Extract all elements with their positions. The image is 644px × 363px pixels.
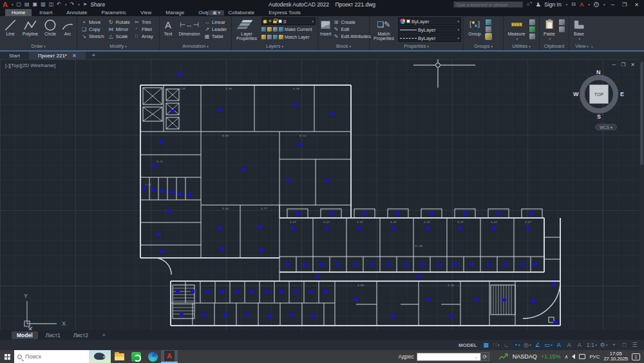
ribbon-tab[interactable]: Home bbox=[5, 9, 32, 16]
layout-tab-model[interactable]: Model bbox=[12, 331, 38, 339]
address-go-button[interactable]: ⟳ bbox=[480, 352, 489, 361]
model-space-button[interactable]: MODEL bbox=[459, 342, 477, 348]
match-properties-button[interactable]: ❏✎ Match Properties bbox=[372, 17, 396, 41]
status-toggle[interactable]: ▭▾ bbox=[544, 341, 553, 349]
status-toggle[interactable]: ⚙▾ bbox=[599, 341, 608, 349]
vp-restore-icon[interactable]: ❐ bbox=[621, 62, 625, 68]
circle-button[interactable]: Circle bbox=[42, 17, 59, 36]
layout-tab-sheet2[interactable]: Лист2 bbox=[68, 331, 93, 339]
stock-ticker[interactable]: NASDAQ bbox=[513, 353, 537, 360]
notification-icon[interactable]: 1 bbox=[632, 353, 640, 360]
modify-tool[interactable]: ◜Fillet bbox=[134, 26, 153, 32]
widgets-button[interactable] bbox=[89, 350, 111, 363]
viewcube-south[interactable]: S bbox=[597, 113, 601, 120]
address-dropdown-icon[interactable]: ⌄ bbox=[475, 355, 478, 359]
base-button[interactable]: Base▾ bbox=[571, 17, 587, 41]
new-layout-button[interactable]: ＋ bbox=[96, 331, 112, 340]
panel-label-properties[interactable]: Properties▾ bbox=[370, 43, 463, 50]
dimension-button[interactable]: ⊢↔⊣ Dimension bbox=[178, 17, 201, 36]
modify-tool[interactable]: ∷Array bbox=[134, 34, 153, 39]
block-tool[interactable]: ✎Edit bbox=[334, 26, 371, 32]
sign-in-button[interactable]: Sign In bbox=[544, 1, 561, 8]
viewcube-east[interactable]: E bbox=[620, 91, 624, 97]
status-toggle[interactable]: A bbox=[554, 341, 563, 349]
text-button[interactable]: A Text bbox=[162, 17, 175, 36]
viewport-controls-label[interactable]: [-][Top][2D Wireframe] bbox=[5, 63, 55, 68]
start-button[interactable] bbox=[0, 350, 14, 363]
cut-clip-icon[interactable] bbox=[559, 26, 565, 32]
share-icon[interactable]: ➤ bbox=[83, 1, 88, 8]
new-file-icon[interactable]: ▢ bbox=[16, 1, 21, 8]
line-button[interactable]: Line bbox=[2, 17, 19, 36]
address-input[interactable] bbox=[417, 353, 481, 361]
ribbon-tab[interactable]: Express Tools bbox=[262, 9, 307, 16]
status-toggle[interactable]: ∷▾ bbox=[492, 341, 500, 349]
make-current-button[interactable]: Make Current bbox=[261, 26, 316, 33]
measure-button[interactable]: Measure▾ bbox=[506, 17, 527, 41]
quick-calc-icon[interactable] bbox=[529, 26, 535, 32]
file-tab-start[interactable]: Start bbox=[0, 52, 29, 59]
insert-button[interactable]: Insert bbox=[320, 17, 332, 36]
file-tab-document[interactable]: Проект 221* ✕ bbox=[29, 52, 86, 59]
ribbon-tab[interactable]: Manage bbox=[159, 9, 191, 16]
modify-tool[interactable]: ❏Copy bbox=[81, 26, 104, 32]
stock-chart-icon[interactable] bbox=[498, 353, 509, 360]
vp-close-icon[interactable]: ✕ bbox=[630, 62, 635, 68]
panel-label-draw[interactable]: Draw▾ bbox=[0, 43, 77, 50]
new-tab-button[interactable]: ＋ bbox=[91, 51, 97, 59]
panel-label-modify[interactable]: Modify▾ bbox=[77, 43, 159, 50]
ungroup-icon[interactable] bbox=[486, 19, 491, 25]
layer-properties-button[interactable]: Layer Properties bbox=[234, 17, 260, 41]
block-tool[interactable]: ✎Edit Attributes bbox=[334, 34, 371, 39]
undo-icon[interactable]: ↶ bbox=[57, 1, 61, 8]
ribbon-tab[interactable]: Parametric bbox=[95, 9, 133, 16]
panel-label-layers[interactable]: Layers▾ bbox=[232, 43, 317, 50]
maximize-button[interactable]: ❐ bbox=[620, 2, 629, 8]
block-tool[interactable]: ⊞Create bbox=[334, 19, 371, 25]
polyline-button[interactable]: Polyline bbox=[21, 17, 40, 36]
layout-tab-sheet1[interactable]: Лист1 bbox=[41, 331, 66, 339]
close-tab-icon[interactable]: ✕ bbox=[72, 52, 77, 59]
status-toggle[interactable]: ◔▾ bbox=[513, 341, 521, 349]
annotation-tool[interactable]: ↔Linear bbox=[204, 19, 227, 25]
vertical-scrollbar[interactable] bbox=[639, 59, 644, 330]
plot-icon[interactable]: ◫ bbox=[49, 1, 54, 8]
taskbar-file-explorer[interactable] bbox=[111, 350, 128, 363]
drawing-canvas[interactable]: Y X 5.075.075.075.075.075.075.075.078.05… bbox=[0, 59, 644, 330]
wcs-menu[interactable]: WCS ▾ bbox=[595, 124, 617, 130]
viewcube-west[interactable]: W bbox=[573, 91, 579, 97]
modify-tool[interactable]: ✂Trim bbox=[134, 19, 153, 25]
group-selection-icon[interactable] bbox=[486, 34, 491, 39]
group-edit-icon[interactable] bbox=[486, 26, 491, 32]
status-toggle[interactable]: ◎▾ bbox=[523, 341, 531, 349]
modify-tool[interactable]: ↘Stretch bbox=[81, 34, 104, 39]
arc-button[interactable]: Arc bbox=[61, 17, 75, 36]
taskbar-search-input[interactable] bbox=[25, 353, 77, 360]
status-toggle[interactable]: 1:1▾ bbox=[585, 341, 597, 349]
autodesk-app-icon[interactable]: A bbox=[580, 1, 584, 8]
status-toggle[interactable]: ▦ bbox=[482, 341, 490, 349]
lineweight-select[interactable]: ByLayer ▾ bbox=[398, 26, 461, 34]
taskbar-search[interactable] bbox=[14, 350, 89, 363]
redo-icon[interactable]: ↷ bbox=[70, 1, 75, 8]
ribbon-tab[interactable]: Annotate bbox=[60, 9, 93, 16]
help-icon[interactable]: ? bbox=[594, 2, 599, 7]
ribbon-tab[interactable]: Collaborate bbox=[222, 9, 261, 16]
panel-label-view[interactable]: View▾ » bbox=[569, 43, 599, 50]
status-toggle[interactable]: A bbox=[575, 341, 583, 349]
modify-tool[interactable]: ↻Rotate bbox=[108, 19, 130, 25]
taskbar-autocad[interactable]: A bbox=[161, 350, 178, 363]
panel-label-annotation[interactable]: Annotation▾ bbox=[160, 43, 231, 50]
id-point-icon[interactable] bbox=[529, 34, 535, 39]
open-file-icon[interactable]: ▤ bbox=[24, 1, 30, 8]
match-layer-button[interactable]: Match Layer bbox=[261, 34, 316, 41]
annotation-tool[interactable]: ↗Leader bbox=[204, 26, 227, 32]
scrollbar-thumb[interactable] bbox=[640, 62, 643, 165]
status-toggle[interactable]: □ bbox=[620, 341, 629, 349]
save-icon[interactable]: ▣ bbox=[33, 1, 38, 8]
layer-select[interactable]: ☀ 0 ▾ bbox=[261, 17, 316, 25]
status-toggle[interactable]: ∟ bbox=[502, 341, 511, 349]
cart-icon[interactable]: ⊟ bbox=[571, 1, 576, 8]
save-as-icon[interactable]: ▥ bbox=[41, 1, 46, 8]
paste-button[interactable]: Paste▾ bbox=[542, 17, 557, 41]
